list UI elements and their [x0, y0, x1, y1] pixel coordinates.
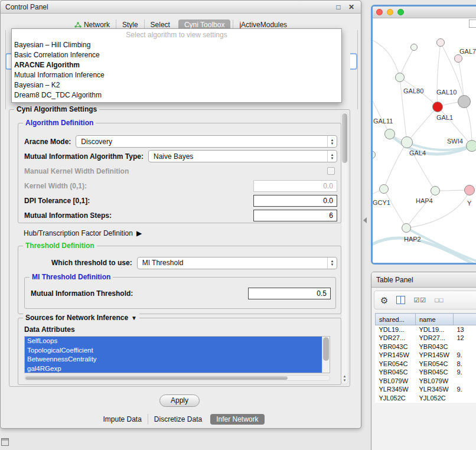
algorithm-popup-list: Bayesian – Hill ClimbingBasic Correlatio… [12, 40, 341, 100]
attribute-list-item[interactable]: TopologicalCoefficient [25, 346, 322, 356]
table-row[interactable]: YBR045CYBR045C9. [376, 368, 476, 377]
list-horizontal-scrollbar[interactable] [24, 375, 330, 381]
algorithm-option[interactable]: Dream8 DC_TDC Algorithm [12, 90, 341, 100]
settings-vertical-scrollbar[interactable]: ▲▼ [341, 112, 348, 384]
cyni-algorithm-settings-group: Cyni Algorithm Settings ▲▼ Algorithm Def… [9, 109, 350, 387]
table-cell: 9. [454, 351, 476, 360]
algorithm-option[interactable]: ARACNE Algorithm [12, 60, 341, 70]
expand-right-icon[interactable]: ▶ [136, 229, 142, 237]
manual-kernel-checkbox[interactable] [327, 167, 335, 175]
column-header-clipped[interactable] [454, 314, 476, 325]
tab-impute-data[interactable]: Impute Data [97, 414, 147, 425]
network-node-hap4[interactable] [431, 186, 440, 195]
combo-stepper-icon[interactable]: ▲▼ [327, 151, 337, 162]
collapsed-panel-icon[interactable] [1, 438, 9, 446]
network-node-hap2[interactable] [402, 223, 411, 233]
aracne-mode-label: Aracne Mode: [24, 138, 71, 146]
attribute-list-item[interactable]: BetweennessCentrality [25, 355, 322, 364]
table-cell: 13 [454, 325, 476, 334]
table-row[interactable]: YDR27...YDR27...12 [376, 334, 476, 343]
network-canvas[interactable]: GAL7GAL80GAL10GAL11GAL1SWI4GAL4GCY1HAP4Y… [373, 18, 476, 263]
algorithm-combobox-fragment-right[interactable] [350, 53, 357, 70]
node-label: Y [467, 200, 471, 207]
algorithm-option[interactable]: Basic Correlation Inference [12, 50, 341, 60]
network-node[interactable] [436, 38, 445, 47]
attribute-list-item[interactable]: gal4RGexp [25, 364, 322, 374]
close-traffic-light-icon[interactable] [376, 9, 383, 15]
network-node-gal11[interactable] [384, 129, 395, 139]
mi-threshold-input[interactable] [248, 288, 331, 299]
algorithm-option[interactable]: Bayesian – K2 [12, 80, 341, 90]
which-threshold-combobox[interactable]: MI Threshold ▲▼ [137, 257, 337, 269]
table-row[interactable]: YBL079WYBL079W [376, 377, 476, 386]
table-row[interactable]: YDL19...YDL19...13 [376, 325, 476, 334]
panel-divider-collapse-icon[interactable] [363, 217, 367, 223]
collapse-down-icon[interactable]: ▼ [131, 315, 137, 321]
algorithm-definition-title: Algorithm Definition [23, 119, 96, 127]
node-label: HAP2 [404, 236, 421, 243]
minimize-traffic-light-icon[interactable] [387, 9, 393, 15]
network-node-gal7[interactable] [454, 54, 462, 63]
table-cell: 9. [454, 368, 476, 377]
select-all-checkboxes-icon[interactable]: ☑☑ [413, 296, 426, 305]
table-row[interactable]: YER054CYER054C8. [376, 360, 476, 369]
network-node-swi4[interactable] [466, 140, 476, 152]
table-row[interactable]: YPR145WYPR145W9. [376, 351, 476, 360]
algorithm-dropdown-popup: Select algorithm to view settings Bayesi… [11, 28, 342, 103]
network-node-gal80[interactable] [395, 73, 405, 82]
scrollbar-thumb[interactable] [342, 113, 347, 163]
combo-stepper-icon[interactable]: ▲▼ [327, 257, 337, 269]
tab-discretize-data[interactable]: Discretize Data [148, 414, 208, 425]
mi-threshold-definition-group: MI Threshold Definition Mutual Informati… [24, 277, 336, 309]
network-node[interactable] [410, 44, 418, 51]
gear-icon[interactable]: ⚙ [380, 296, 388, 305]
algorithm-option[interactable]: Mutual Information Inference [12, 70, 341, 80]
attribute-list-item[interactable]: SelfLoops [25, 337, 322, 346]
algorithm-option[interactable]: Bayesian – Hill Climbing [12, 40, 341, 50]
table-row[interactable]: YBR043CYBR043C [376, 343, 476, 351]
algorithm-popup-placeholder: Select algorithm to view settings [12, 29, 341, 40]
table-cell: YER054C [416, 360, 454, 369]
scrollbar-thumb[interactable] [323, 337, 329, 361]
control-panel-window: Control Panel □ ✕ Network Style Select C… [0, 0, 361, 429]
hidden-groupbox-right-edge [357, 30, 358, 109]
mi-type-row: Mutual Information Algorithm Type: Naive… [18, 149, 341, 164]
dpi-tolerance-input[interactable] [253, 195, 337, 207]
apply-button[interactable]: Apply [159, 394, 200, 407]
table-cell: YER054C [376, 360, 416, 369]
float-window-icon[interactable]: □ [334, 3, 343, 11]
mi-steps-input[interactable] [253, 210, 337, 221]
list-vertical-scrollbar[interactable] [322, 337, 330, 373]
network-node-gal4[interactable] [401, 136, 413, 148]
aracne-mode-row: Aracne Mode: Discovery ▲▼ [18, 134, 341, 149]
data-attributes-listbox[interactable]: SelfLoopsTopologicalCoefficientBetweenne… [24, 336, 330, 373]
table-row[interactable]: YLR345WYLR345W9. [376, 385, 476, 394]
tab-infer-network[interactable]: Infer Network [210, 414, 264, 425]
network-node-gcy1[interactable] [379, 184, 389, 194]
columns-icon[interactable] [396, 296, 405, 304]
network-node-y[interactable] [464, 185, 475, 195]
network-window-titlebar [373, 6, 476, 18]
network-node-gal1[interactable] [432, 102, 443, 112]
mi-type-combobox[interactable]: Naive Bayes ▲▼ [148, 150, 337, 162]
table-cell: YJL052C [376, 394, 416, 403]
column-header-shared-name[interactable]: shared... [376, 314, 416, 325]
close-window-icon[interactable]: ✕ [347, 3, 356, 11]
combo-stepper-icon[interactable]: ▲▼ [327, 136, 337, 147]
network-tab-icon [74, 21, 81, 28]
network-view-window: GAL7GAL80GAL10GAL11GAL1SWI4GAL4GCY1HAP4Y… [371, 5, 476, 265]
kernel-width-input[interactable] [253, 180, 337, 192]
mi-steps-label: Mutual Information Steps: [24, 211, 112, 220]
deselect-all-checkboxes-icon[interactable]: □□ [435, 296, 444, 305]
overview-box[interactable] [469, 19, 476, 28]
network-node-gal10[interactable] [458, 95, 471, 108]
zoom-traffic-light-icon[interactable] [397, 9, 404, 15]
scrollbar-arrows-icon[interactable]: ▲▼ [341, 374, 348, 383]
column-header-name[interactable]: name [416, 314, 454, 325]
table-cell: YBL079W [376, 377, 416, 386]
scrollbar-thumb[interactable] [25, 376, 288, 380]
table-cell: YDL19... [376, 325, 416, 334]
table-row[interactable]: YJL052CYJL052C [376, 394, 476, 403]
hub-definition-toggle[interactable]: Hub/Transcription Factor Definition ▶ [24, 229, 142, 237]
aracne-mode-combobox[interactable]: Discovery ▲▼ [76, 135, 337, 148]
